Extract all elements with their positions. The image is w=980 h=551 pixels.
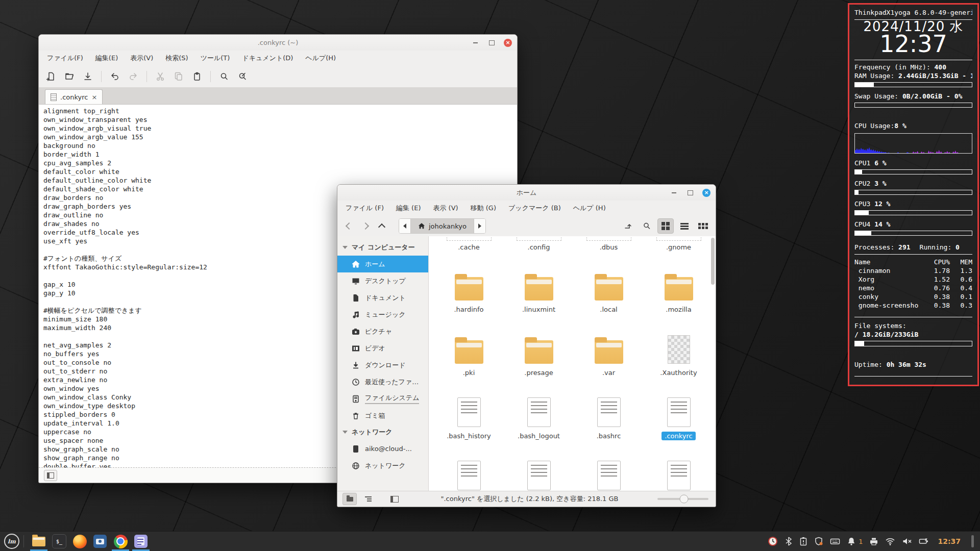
treeview-toggle-button[interactable]: [361, 493, 375, 505]
grid-view-button[interactable]: [657, 218, 674, 234]
file-item[interactable]: [644, 459, 714, 491]
maximize-button[interactable]: [487, 39, 496, 47]
sidebar-item-desktop[interactable]: デスクトップ: [337, 272, 428, 289]
back-button[interactable]: [342, 219, 356, 233]
sidebar-item-home[interactable]: ホーム: [337, 256, 428, 272]
sidebar-item-recent[interactable]: 最近使ったファ…: [337, 373, 428, 390]
file-item[interactable]: [434, 459, 504, 491]
file-item[interactable]: [504, 459, 574, 491]
sidebar-item-documents[interactable]: ドキュメント: [337, 289, 428, 306]
volume-muted-icon[interactable]: [902, 537, 912, 546]
zoom-slider[interactable]: [657, 491, 708, 507]
list-view-button[interactable]: [677, 219, 692, 233]
file-item[interactable]: .linuxmint: [504, 269, 574, 314]
tab-close-icon[interactable]: ×: [91, 93, 97, 101]
tab-conkyrc[interactable]: .conkyrc ×: [45, 89, 103, 104]
editor-titlebar[interactable]: .conkyrc (~) ×: [39, 35, 517, 51]
sidebar-item-pictures[interactable]: ピクチャ: [337, 323, 428, 340]
menu-item[interactable]: 移動 (G): [471, 204, 496, 213]
copy-icon[interactable]: [172, 69, 186, 84]
paste-icon[interactable]: [190, 69, 204, 84]
menu-item[interactable]: ヘルプ(H): [305, 54, 336, 63]
search-icon[interactable]: [217, 69, 231, 84]
screenshot-app-button[interactable]: [92, 534, 108, 549]
terminal-app-button[interactable]: $_: [52, 534, 67, 549]
menu-item[interactable]: 検索(S): [165, 54, 188, 63]
keyboard-icon[interactable]: [830, 537, 840, 546]
file-item[interactable]: .var: [574, 332, 644, 377]
bluetooth-icon[interactable]: [785, 537, 793, 546]
sidebar-item-music[interactable]: ミュージック: [337, 306, 428, 323]
file-item[interactable]: .gnome: [644, 237, 714, 252]
breadcrumb-right-icon[interactable]: [474, 219, 485, 233]
new-document-icon[interactable]: [44, 69, 58, 84]
mint-menu-button[interactable]: lm: [0, 532, 23, 551]
file-item[interactable]: .bash_history: [434, 395, 504, 440]
wifi-icon[interactable]: [885, 537, 895, 546]
open-icon[interactable]: [62, 69, 77, 84]
menu-item[interactable]: 表示(V): [130, 54, 153, 63]
forward-button[interactable]: [359, 219, 372, 233]
menu-item[interactable]: ファイル(F): [47, 54, 83, 63]
file-item[interactable]: .Xauthority: [644, 332, 714, 377]
minimize-button[interactable]: [670, 189, 678, 197]
firefox-app-button[interactable]: [72, 534, 87, 549]
file-item[interactable]: .bash_logout: [504, 395, 574, 440]
file-item[interactable]: .conkyrc: [644, 395, 714, 440]
file-item[interactable]: .dbus: [574, 237, 644, 252]
compact-view-button[interactable]: [695, 219, 710, 233]
sidebar-item-remote-server[interactable]: aiko@cloud-...: [337, 440, 428, 457]
save-icon[interactable]: [81, 69, 95, 84]
file-item[interactable]: .cache: [434, 237, 504, 252]
cut-icon[interactable]: [153, 69, 167, 84]
sidebar-section-computer[interactable]: マイ コンピューター: [337, 239, 428, 256]
file-item[interactable]: .config: [504, 237, 574, 252]
file-item[interactable]: [574, 459, 644, 491]
breadcrumb-current[interactable]: johokankyo: [410, 219, 474, 233]
show-desktop-strip[interactable]: [971, 535, 974, 547]
file-item[interactable]: .bashrc: [574, 395, 644, 440]
timer-icon[interactable]: [768, 536, 778, 546]
taskbar-clock[interactable]: 12:37: [938, 537, 961, 545]
menu-item[interactable]: ヘルプ (H): [573, 204, 606, 213]
menu-item[interactable]: 編集(E): [95, 54, 118, 63]
sidebar-toggle-button[interactable]: [387, 493, 402, 505]
menu-item[interactable]: ファイル (F): [346, 204, 384, 213]
up-button[interactable]: [375, 219, 388, 233]
shield-icon[interactable]: [814, 537, 823, 546]
minimize-button[interactable]: [471, 39, 479, 47]
sidebar-item-network[interactable]: ネットワーク: [337, 457, 428, 474]
text-editor-app-button[interactable]: [133, 534, 149, 549]
zoom-slider-handle[interactable]: [680, 495, 689, 504]
menu-item[interactable]: 編集 (E): [396, 204, 421, 213]
maximize-button[interactable]: [686, 189, 694, 197]
sidebar-item-trash[interactable]: ゴミ箱: [337, 407, 428, 424]
undo-icon[interactable]: [108, 69, 122, 84]
close-button[interactable]: ×: [504, 39, 512, 47]
toggle-location-bar-icon[interactable]: [621, 219, 636, 233]
breadcrumb-left-icon[interactable]: [399, 219, 410, 233]
file-item[interactable]: .presage: [504, 332, 574, 377]
clipboard-icon[interactable]: [799, 537, 807, 546]
file-item[interactable]: .local: [574, 269, 644, 314]
sidebar-section-network[interactable]: ネットワーク: [337, 424, 428, 440]
sidebar-item-videos[interactable]: ビデオ: [337, 340, 428, 357]
file-item[interactable]: .hardinfo: [434, 269, 504, 314]
bottom-panel-toggle-button[interactable]: [44, 470, 57, 481]
printer-icon[interactable]: [869, 537, 878, 546]
menu-item[interactable]: ドキュメント(D): [242, 54, 293, 63]
sidebar-item-downloads[interactable]: ダウンロード: [337, 357, 428, 373]
search-icon[interactable]: [639, 219, 654, 233]
file-manager-titlebar[interactable]: ホーム ×: [337, 185, 716, 201]
vertical-scrollbar[interactable]: [711, 238, 715, 285]
files-app-button[interactable]: [31, 534, 46, 549]
replace-icon[interactable]: [235, 69, 250, 84]
file-grid[interactable]: .cache .config .dbus: [429, 236, 716, 491]
menu-item[interactable]: ツール(T): [201, 54, 230, 63]
sidebar-item-filesystem[interactable]: ファイルシステム: [337, 390, 428, 407]
redo-icon[interactable]: [126, 69, 140, 84]
file-item[interactable]: .pki: [434, 332, 504, 377]
notification-bell-icon[interactable]: [847, 537, 856, 546]
menu-item[interactable]: ブックマーク (B): [508, 204, 561, 213]
places-toggle-button[interactable]: [342, 493, 357, 505]
